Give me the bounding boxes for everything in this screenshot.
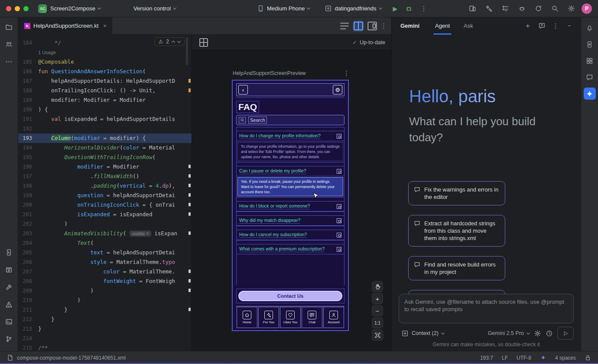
code-line[interactable]: 209 ) — [18, 286, 192, 296]
search-icon[interactable] — [549, 3, 561, 15]
zoom-to-fit-button[interactable] — [372, 329, 383, 341]
run-button[interactable]: ▶ — [393, 5, 398, 12]
inspection-widget[interactable]: ⚠ 2 — [154, 37, 185, 46]
expand-toggle-icon[interactable] — [337, 218, 341, 223]
faq-question-row[interactable]: What comes with a premium subscription? — [237, 244, 344, 254]
terminal-icon[interactable] — [3, 315, 15, 328]
sync-icon[interactable] — [532, 3, 544, 15]
caret-position[interactable]: 193:7 — [480, 355, 493, 361]
vcs-menu[interactable]: Version control — [130, 3, 179, 14]
tab-helpandsupportscreen[interactable]: K HelpAndSupportScreen.kt × — [18, 17, 112, 35]
code-line[interactable]: 200 onTrailingIconClick = { onTrai — [18, 200, 192, 210]
history-icon[interactable] — [546, 330, 553, 337]
faq-question-row[interactable]: Why did my match disappear? — [237, 215, 344, 226]
settings-gear-button[interactable]: ⚙ — [333, 85, 342, 94]
close-tab-icon[interactable]: × — [103, 23, 107, 29]
problems-icon[interactable] — [3, 298, 15, 310]
send-button[interactable] — [557, 327, 574, 340]
code-line[interactable]: 210 ) — [18, 296, 192, 305]
assistant-chat-icon[interactable] — [584, 71, 596, 83]
settings-icon[interactable] — [565, 3, 577, 15]
gemini-prompt-input[interactable] — [404, 298, 568, 319]
faq-question-row[interactable]: How do I block or report someone? — [237, 201, 344, 211]
code-line[interactable]: 194 HorizontalDivider(color = Material — [18, 143, 192, 153]
design-view-icon[interactable] — [367, 20, 378, 32]
code-line[interactable]: 201 isExpanded = isExpanded — [18, 210, 192, 219]
faq-question-row[interactable]: Can I pause or delete my profile? — [237, 166, 344, 176]
phone-preview-frame[interactable]: ‹ ⚙ FAQ Search How do I change my profil… — [232, 80, 349, 331]
code-line[interactable]: 206 style = MaterialTheme.typo — [18, 257, 192, 267]
code-line[interactable]: 211 } — [18, 305, 192, 315]
tab-ask[interactable]: Ask — [460, 17, 477, 35]
code-line[interactable]: 186fun QuestionAndAnswerInfoSection( — [18, 67, 192, 76]
project-selector[interactable]: Screen2Compose — [47, 3, 104, 14]
context-selector[interactable]: Context (2) — [399, 328, 447, 339]
nav-item-chat[interactable]: Chat — [302, 307, 322, 328]
zoom-in-button[interactable]: + — [372, 293, 383, 304]
suggestion-card[interactable]: Extract all hardcoded strings from this … — [408, 215, 505, 247]
tab-agent[interactable]: Agent — [432, 17, 453, 35]
line-ending[interactable]: LF — [502, 355, 508, 361]
code-line[interactable]: 199 question = helpAndSupportDetai — [18, 191, 192, 200]
code-line[interactable]: 196 modifier = Modifier — [18, 162, 192, 172]
code-line[interactable]: 198 .padding(vertical = 4.dp), — [18, 181, 192, 191]
expand-toggle-icon[interactable] — [337, 233, 341, 237]
preview-options-button[interactable]: ⋮ — [343, 69, 350, 77]
code-line[interactable]: 188 onTrailingIconClick: () -> Unit, — [18, 86, 192, 95]
pan-tool-button[interactable] — [372, 281, 383, 292]
code-line[interactable]: 189 modifier: Modifier = Modifier — [18, 95, 192, 105]
prev-issue-icon[interactable] — [172, 40, 175, 44]
expand-toggle-icon[interactable] — [337, 169, 341, 174]
debug-button[interactable] — [405, 5, 413, 12]
next-issue-icon[interactable] — [177, 39, 181, 43]
nav-item-likes-you[interactable]: Likes You — [280, 307, 301, 328]
run-configuration-selector[interactable]: datingandfriends — [321, 3, 385, 14]
hide-panel-button[interactable]: − — [563, 20, 575, 32]
notifications-icon[interactable] — [584, 22, 596, 34]
contact-us-button[interactable]: Contact Us — [238, 291, 342, 301]
zoom-out-button[interactable]: − — [372, 305, 383, 316]
task-list-icon[interactable] — [499, 3, 511, 15]
code-line[interactable]: 195 QuestionWithTrailingIconRow( — [18, 153, 192, 162]
suggestion-card[interactable]: Fix the warnings and errors in the edito… — [408, 181, 505, 205]
project-folder-icon[interactable] — [3, 21, 15, 33]
new-chat-button[interactable]: + — [522, 20, 534, 32]
code-line[interactable]: 192 — [18, 124, 192, 133]
expand-toggle-icon[interactable] — [337, 134, 341, 139]
gemini-settings-icon[interactable] — [534, 330, 541, 337]
inlay-hint-row[interactable]: 1 Usage — [18, 48, 192, 57]
zoom-reset-button[interactable]: 1:1 — [372, 317, 383, 328]
code-line[interactable]: 205 text = helpAndSupportDetai — [18, 248, 192, 257]
code-line[interactable]: 215/** — [18, 343, 192, 351]
more-icon[interactable] — [3, 55, 15, 68]
nav-item-home[interactable]: Home — [237, 307, 257, 328]
device-mirroring-icon[interactable] — [466, 3, 478, 15]
code-line[interactable]: 185@Composable — [18, 57, 192, 67]
expand-toggle-icon[interactable] — [337, 247, 341, 252]
code-line[interactable]: 191 val isExpanded = helpAndSupportDetai… — [18, 114, 192, 124]
code-line[interactable]: 197 .fillMaxWidth() — [18, 172, 192, 181]
more-actions-button[interactable]: ⋮ — [420, 5, 427, 13]
version-control-icon[interactable] — [3, 333, 15, 345]
code-line[interactable]: 187 helpAndSupportDetails: HelpAndSuppor… — [18, 76, 192, 86]
faq-question-row[interactable]: How do I cancel my subscription? — [237, 230, 344, 240]
structure-icon[interactable] — [3, 38, 15, 50]
editor-options-button[interactable]: ⋮ — [380, 22, 387, 30]
encoding[interactable]: UTF-8 — [517, 355, 531, 361]
code-line[interactable]: 203 AnimatedVisibility( visible = isExpa… — [18, 229, 192, 238]
split-view-icon[interactable] — [353, 20, 364, 32]
maximize-window-button[interactable] — [23, 6, 29, 11]
code-editor[interactable]: ⚠ 2 184 */1 Usage185@Composable186fun Qu… — [18, 35, 192, 351]
code-line[interactable]: 214 — [18, 334, 192, 343]
editor-scrollbar[interactable] — [186, 37, 188, 65]
device-selector[interactable]: Medium Phone — [254, 3, 313, 14]
code-line[interactable]: 204 Text( — [18, 238, 192, 248]
close-window-button[interactable] — [6, 6, 11, 11]
faq-question-row[interactable]: How do I change my profile information? — [237, 131, 344, 141]
code-view-icon[interactable] — [339, 20, 350, 32]
code-line[interactable]: 208 fontWeight = FontWeigh — [18, 276, 192, 286]
code-line[interactable]: 212 } — [18, 315, 192, 324]
code-line[interactable]: 202 ) — [18, 219, 192, 229]
build-icon[interactable] — [3, 281, 15, 293]
preview-layout-icon[interactable] — [198, 37, 209, 48]
